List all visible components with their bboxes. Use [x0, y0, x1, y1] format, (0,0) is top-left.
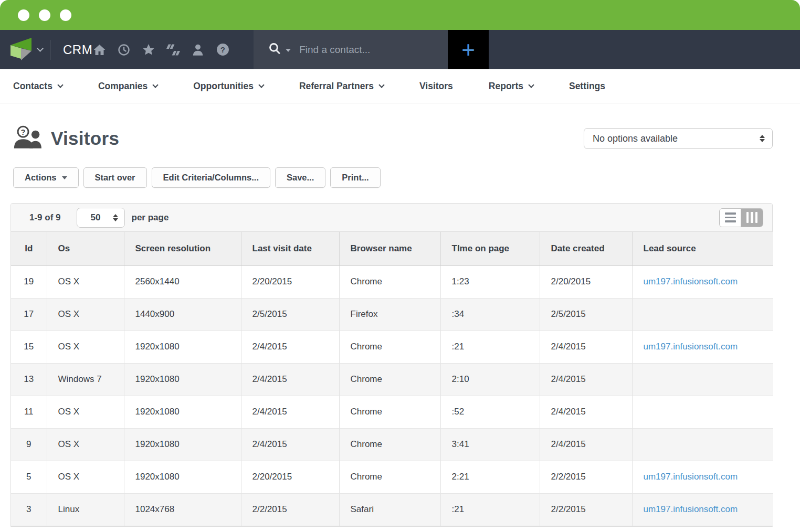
per-page-updown-icon — [113, 214, 118, 221]
brand-divider — [50, 40, 50, 60]
lead-source-link[interactable]: um197.infusionsoft.com — [644, 342, 738, 352]
add-button[interactable]: + — [448, 30, 489, 69]
brand-chevron-down-icon[interactable] — [37, 45, 44, 52]
menu-item-companies[interactable]: Companies — [98, 81, 157, 92]
menu-item-reports[interactable]: Reports — [489, 81, 533, 92]
menu-item-referral-partners[interactable]: Referral Partners — [299, 81, 384, 92]
column-header[interactable]: Lead source — [632, 232, 773, 265]
cell-os: OS X — [47, 331, 124, 363]
lead-source-link[interactable]: um197.infusionsoft.com — [644, 472, 738, 482]
cell-browser: Firefox — [339, 298, 440, 331]
help-icon[interactable]: ? — [216, 43, 229, 57]
cell-time-on-page: 1:23 — [440, 265, 540, 298]
column-view-icon[interactable] — [741, 209, 763, 227]
cell-lead-source: um197.infusionsoft.com — [632, 331, 773, 363]
visitors-table: IdOsScreen resolutionLast visit dateBrow… — [11, 232, 773, 526]
contact-person-icon[interactable] — [191, 43, 205, 57]
cell-lead-source: um197.infusionsoft.com — [632, 265, 773, 298]
search-input[interactable] — [299, 44, 420, 56]
cell-resolution: 1920x1080 — [124, 461, 241, 493]
per-page-label: per page — [132, 212, 169, 223]
list-view-icon[interactable] — [720, 209, 741, 227]
svg-text:?: ? — [21, 128, 26, 136]
menu-item-contacts[interactable]: Contacts — [13, 81, 62, 92]
cell-id: 5 — [11, 461, 47, 493]
menu-item-opportunities[interactable]: Opportunities — [193, 81, 264, 92]
window-control-dot[interactable] — [18, 9, 29, 21]
window-control-dot[interactable] — [39, 9, 50, 21]
menu-item-label: Companies — [98, 81, 148, 92]
chevron-down-icon — [528, 82, 534, 88]
actions-caret-icon — [62, 176, 67, 179]
navbar-icon-group: ? — [92, 30, 229, 69]
cell-resolution: 1920x1080 — [124, 428, 241, 461]
column-header[interactable]: Last visit date — [241, 232, 339, 265]
table-row: 17OS X1440x9002/5/2015Firefox:342/5/2015 — [11, 298, 773, 331]
cell-browser: Chrome — [339, 265, 440, 298]
cell-time-on-page: :21 — [440, 331, 540, 363]
saved-options-value: No options available — [593, 133, 678, 144]
cell-browser: Safari — [339, 493, 440, 526]
apps-icon[interactable] — [166, 43, 180, 57]
menu-item-settings[interactable]: Settings — [569, 81, 605, 92]
save-button[interactable]: Save... — [275, 167, 325, 188]
cell-time-on-page: 2:10 — [440, 363, 540, 396]
cell-time-on-page: :52 — [440, 396, 540, 428]
per-page-select[interactable]: 50 — [77, 208, 125, 228]
view-toggle — [719, 208, 763, 227]
per-page-value: 50 — [91, 212, 101, 223]
search-icon[interactable] — [268, 42, 281, 57]
column-header[interactable]: Date created — [540, 232, 632, 265]
column-header[interactable]: Id — [11, 232, 47, 265]
home-icon[interactable] — [92, 43, 106, 57]
favorites-star-icon[interactable] — [142, 43, 155, 57]
cell-lead-source: um197.infusionsoft.com — [632, 461, 773, 493]
actions-button[interactable]: Actions — [13, 167, 79, 188]
column-header[interactable]: Browser name — [339, 232, 440, 265]
saved-options-select[interactable]: No options available — [584, 128, 773, 149]
cell-last-visit: 2/4/2015 — [241, 396, 339, 428]
lead-source-link[interactable]: um197.infusionsoft.com — [644, 276, 738, 286]
cell-browser: Chrome — [339, 396, 440, 428]
chevron-down-icon — [153, 82, 159, 88]
content-area: ? Visitors No options available Actions … — [0, 125, 800, 527]
top-navbar: CRM ? + — [0, 30, 800, 69]
cell-os: OS X — [47, 396, 124, 428]
table-row: 13Windows 71920x10802/4/2015Chrome2:102/… — [11, 363, 773, 396]
cell-browser: Chrome — [339, 461, 440, 493]
cell-resolution: 1920x1080 — [124, 331, 241, 363]
lead-source-link[interactable]: um197.infusionsoft.com — [644, 504, 738, 514]
cell-browser: Chrome — [339, 363, 440, 396]
cell-id: 13 — [11, 363, 47, 396]
result-range: 1-9 of 9 — [29, 212, 61, 223]
window-title-bar — [0, 0, 800, 30]
main-menu: ContactsCompaniesOpportunitiesReferral P… — [0, 69, 800, 103]
cell-lead-source: um197.infusionsoft.com — [632, 493, 773, 526]
cell-lead-source — [632, 428, 773, 461]
print-button[interactable]: Print... — [330, 167, 380, 188]
menu-item-visitors[interactable]: Visitors — [419, 81, 453, 92]
menu-item-label: Referral Partners — [299, 81, 374, 92]
table-row: 15OS X1920x10802/4/2015Chrome:212/4/2015… — [11, 331, 773, 363]
start-over-button[interactable]: Start over — [83, 167, 147, 188]
edit-criteria-button[interactable]: Edit Criteria/Columns... — [152, 167, 270, 188]
infusionsoft-logo-icon[interactable] — [10, 37, 31, 62]
menu-item-label: Settings — [569, 81, 605, 92]
cell-time-on-page: :21 — [440, 493, 540, 526]
cell-resolution: 1024x768 — [124, 493, 241, 526]
column-header[interactable]: Screen resolution — [124, 232, 241, 265]
contact-search-box — [254, 30, 448, 69]
menu-item-label: Contacts — [13, 81, 52, 92]
cell-browser: Chrome — [339, 428, 440, 461]
select-updown-icon — [760, 135, 765, 142]
recent-clock-icon[interactable] — [117, 43, 131, 57]
menu-item-label: Reports — [489, 81, 523, 92]
cell-last-visit: 2/20/2015 — [241, 265, 339, 298]
brand-zone: CRM — [0, 30, 92, 69]
search-scope-chevron-icon[interactable] — [286, 49, 291, 52]
window-control-dot[interactable] — [60, 9, 71, 21]
cell-date-created: 2/4/2015 — [540, 363, 632, 396]
column-header[interactable]: TIme on page — [440, 232, 540, 265]
column-header[interactable]: Os — [47, 232, 124, 265]
results-grid: 1-9 of 9 50 per page IdOsScreen resoluti… — [10, 203, 773, 527]
